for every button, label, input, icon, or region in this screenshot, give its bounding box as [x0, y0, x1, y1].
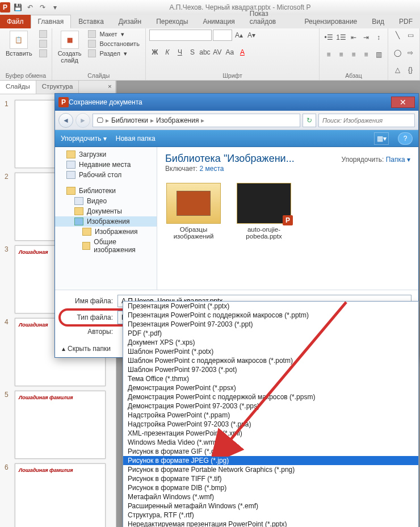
section-button[interactable]: Раздел ▾ — [87, 49, 141, 58]
filetype-option[interactable]: PDF (*.pdf) — [123, 329, 418, 338]
align-center-button[interactable]: ≡ — [335, 49, 347, 60]
filetype-option[interactable]: Шаблон PowerPoint с поддержкой макросов … — [123, 356, 418, 365]
slide-thumbnail[interactable]: 6Лошадиная фамилия — [0, 461, 116, 527]
cut-button[interactable] — [38, 30, 48, 39]
tree-downloads[interactable]: Загрузки — [55, 149, 157, 160]
filetype-option[interactable]: Документ XPS (*.xps) — [123, 338, 418, 347]
close-panel-icon[interactable]: × — [102, 81, 116, 94]
layout-button[interactable]: Макет ▾ — [87, 30, 141, 39]
new-folder-button[interactable]: Новая папка — [116, 135, 156, 143]
file-item-pptx[interactable]: P auto-orujie-pobeda.pptx — [236, 183, 292, 240]
indent-increase-button[interactable]: ⇥ — [360, 32, 372, 43]
filetype-option[interactable]: Нередактируемая презентация PowerPoint (… — [123, 520, 418, 527]
tab-animation[interactable]: Анимация — [195, 15, 242, 28]
help-button[interactable]: ? — [398, 132, 413, 145]
font-size-input[interactable] — [213, 30, 232, 41]
italic-button[interactable]: К — [162, 47, 173, 58]
filetype-option[interactable]: Шаблон PowerPoint 97-2003 (*.pot) — [123, 365, 418, 374]
strikethrough-button[interactable]: S — [187, 47, 198, 58]
increase-font-icon[interactable]: A▴ — [233, 30, 245, 41]
filetype-option[interactable]: Структура, RTF (*.rtf) — [123, 511, 418, 520]
filetype-option[interactable]: Расширенный метафайл Windows (*.emf) — [123, 501, 418, 511]
organize-button[interactable]: Упорядочить ▾ — [61, 135, 107, 143]
tree-pictures-sub[interactable]: Изображения — [55, 227, 157, 237]
filetype-option[interactable]: Рисунок в формате TIFF (*.tif) — [123, 474, 418, 483]
nav-forward-button[interactable]: ► — [75, 113, 90, 128]
shadow-button[interactable]: abc — [199, 47, 211, 58]
tree-desktop[interactable]: Рабочий стол — [55, 170, 157, 180]
tab-view[interactable]: Вид — [364, 15, 392, 28]
align-left-button[interactable]: ≡ — [323, 49, 334, 60]
case-button[interactable]: Aa — [224, 47, 236, 58]
justify-button[interactable]: ≡ — [360, 49, 372, 60]
tab-design[interactable]: Дизайн — [111, 15, 149, 28]
font-family-input[interactable] — [149, 30, 212, 41]
shape-arrow-icon[interactable]: ⇨ — [405, 47, 416, 58]
tab-transitions[interactable]: Переходы — [149, 15, 195, 28]
filetype-option[interactable]: Рисунок в формате GIF (*.gif) — [123, 447, 418, 456]
breadcrumb-item[interactable]: Библиотеки — [111, 116, 148, 124]
filetype-option[interactable]: Рисунок в формате DIB (*.bmp) — [123, 483, 418, 492]
spacing-button[interactable]: AV — [212, 47, 223, 58]
new-slide-button[interactable]: ▦ Создать слайд — [56, 30, 84, 65]
tab-file[interactable]: Файл — [0, 15, 31, 28]
filetype-option[interactable]: Демонстрация PowerPoint 97-2003 (*.pps) — [123, 401, 418, 411]
align-right-button[interactable]: ≡ — [348, 49, 359, 60]
copy-button[interactable] — [38, 39, 48, 48]
library-places-link[interactable]: 2 места — [200, 165, 224, 173]
sort-dropdown[interactable]: Папка ▾ — [386, 156, 410, 164]
filetype-option[interactable]: Windows Media Video (*.wmv) — [123, 438, 418, 447]
filetype-option[interactable]: Презентация PowerPoint 97-2003 (*.ppt) — [123, 320, 418, 329]
shape-line-icon[interactable]: ╲ — [392, 30, 403, 41]
filetype-option[interactable]: Презентация PowerPoint (*.pptx) — [123, 302, 418, 311]
filetype-option[interactable]: Рисунок в формате JPEG (*.jpg) — [123, 456, 418, 465]
qat-dropdown-icon[interactable]: ▾ — [50, 2, 60, 12]
dialog-titlebar[interactable]: P Сохранение документа ✕ — [55, 94, 418, 111]
filetype-option[interactable]: Демонстрация PowerPoint (*.ppsx) — [123, 383, 418, 392]
tree-libraries[interactable]: Библиотеки — [55, 186, 157, 196]
slides-tab[interactable]: Слайды — [0, 81, 36, 94]
shape-oval-icon[interactable]: ◯ — [392, 47, 403, 58]
refresh-button[interactable]: ↻ — [303, 114, 316, 127]
view-options-button[interactable]: ▦▾ — [374, 132, 389, 145]
tree-shared-pictures[interactable]: Общие изображения — [55, 237, 157, 255]
shape-more-icon[interactable]: {} — [405, 64, 416, 76]
bold-button[interactable]: Ж — [149, 47, 161, 58]
underline-button[interactable]: Ч — [174, 47, 186, 58]
tab-home[interactable]: Главная — [31, 15, 72, 28]
filetype-option[interactable]: Надстройка PowerPoint 97-2003 (*.ppa) — [123, 420, 418, 429]
indent-decrease-button[interactable]: ⇤ — [348, 32, 359, 43]
filetype-option[interactable]: XML-презентация PowerPoint (*.xml) — [123, 429, 418, 438]
columns-button[interactable]: ▥ — [373, 49, 384, 60]
filetype-option[interactable]: Метафайл Windows (*.wmf) — [123, 492, 418, 501]
paste-button[interactable]: 📋 Вставить — [3, 30, 35, 58]
tree-recent[interactable]: Недавние места — [55, 160, 157, 170]
nav-back-button[interactable]: ◄ — [58, 113, 73, 128]
filetype-option[interactable]: Надстройка PowerPoint (*.ppam) — [123, 411, 418, 420]
filetype-option[interactable]: Демонстрация PowerPoint с поддержкой мак… — [123, 392, 418, 401]
hide-folders-button[interactable]: ▴Скрыть папки — [62, 345, 111, 353]
filetype-option[interactable]: Шаблон PowerPoint (*.potx) — [123, 347, 418, 356]
line-spacing-button[interactable]: ↕ — [373, 32, 384, 43]
file-item-folder[interactable]: Образцы изображений — [165, 183, 222, 240]
search-input[interactable] — [318, 114, 415, 127]
numbering-button[interactable]: 1☰ — [335, 32, 347, 43]
breadcrumb[interactable]: 🖵 ▸ Библиотеки ▸ Изображения ▸ — [93, 114, 300, 127]
tree-video[interactable]: Видео — [55, 196, 157, 206]
bullets-button[interactable]: •☰ — [323, 32, 334, 43]
shape-rect-icon[interactable]: ▭ — [405, 30, 416, 41]
outline-tab[interactable]: Структура — [36, 81, 79, 94]
decrease-font-icon[interactable]: A▾ — [246, 30, 257, 41]
undo-icon[interactable]: ↶ — [25, 2, 35, 12]
tab-insert[interactable]: Вставка — [71, 15, 111, 28]
tab-review[interactable]: Рецензирование — [297, 15, 365, 28]
filetype-option[interactable]: Рисунок в формате Portable Network Graph… — [123, 465, 418, 474]
tree-pictures[interactable]: Изображения — [55, 216, 157, 227]
filetype-option[interactable]: Презентация PowerPoint с поддержкой макр… — [123, 311, 418, 320]
shape-tri-icon[interactable]: △ — [392, 64, 403, 76]
tab-slideshow[interactable]: Показ слайдов — [242, 7, 297, 28]
redo-icon[interactable]: ↷ — [37, 2, 48, 12]
format-painter-button[interactable] — [38, 49, 48, 58]
filetype-option[interactable]: Тема Office (*.thmx) — [123, 374, 418, 383]
font-color-button[interactable]: A — [237, 47, 248, 58]
